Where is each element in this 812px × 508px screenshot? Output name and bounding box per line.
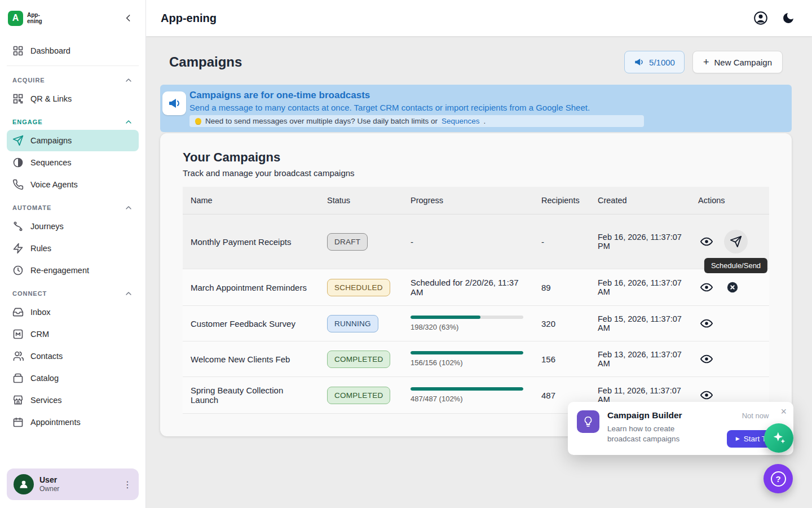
sequences-link[interactable]: Sequences: [442, 117, 480, 125]
view-campaign-button[interactable]: [698, 315, 715, 332]
progress-bar-fill: [411, 387, 523, 391]
tip-period: .: [484, 117, 486, 125]
toast-title: Campaign Builder: [607, 410, 682, 421]
x-circle-icon: [726, 281, 739, 294]
close-icon[interactable]: ×: [780, 406, 787, 417]
sidebar-item-dashboard[interactable]: Dashboard: [7, 40, 139, 62]
user-role: Owner: [39, 485, 59, 493]
campaigns-table: Name Status Progress Recipients Created …: [183, 187, 769, 414]
user-card[interactable]: User Owner ⋮: [7, 468, 139, 500]
view-campaign-button[interactable]: [698, 279, 715, 296]
sidebar-item-voice-agents[interactable]: Voice Agents: [7, 174, 139, 195]
sidebar-item-catalog[interactable]: Catalog: [7, 367, 139, 389]
column-header-recipients: Recipients: [533, 187, 590, 214]
page-header: Campaigns 5/1000 + New Campaign: [160, 44, 792, 85]
created-cell: Feb 13, 2026, 11:37:07 AM: [590, 341, 690, 377]
status-badge: COMPLETED: [327, 387, 390, 404]
user-name: User: [39, 475, 59, 485]
usage-count: 5/1000: [649, 58, 675, 67]
section-header-connect[interactable]: CONNECT: [7, 282, 139, 301]
chevron-up-icon: [124, 203, 133, 212]
sidebar-item-re-engagement[interactable]: Re-engagement: [7, 260, 139, 281]
created-cell: Feb 16, 2026, 11:37:07 AM: [590, 269, 690, 306]
sidebar-item-appointments[interactable]: Appointments: [7, 411, 139, 433]
view-campaign-button[interactable]: [698, 387, 715, 404]
sidebar-item-rules[interactable]: Rules: [7, 238, 139, 259]
ai-assistant-fab[interactable]: [764, 423, 793, 453]
sidebar-item-qr-links[interactable]: QR & Links: [7, 88, 139, 110]
column-header-created: Created: [590, 187, 690, 214]
sidebar-item-label: Services: [30, 396, 62, 405]
sidebar-item-services[interactable]: Services: [7, 389, 139, 411]
chevron-up-icon: [124, 76, 133, 85]
progress-cell: 487/487 (102%): [403, 377, 533, 414]
topbar: App-ening: [146, 0, 812, 36]
section-header-acquire[interactable]: ACQUIRE: [7, 68, 139, 87]
row-actions: Schedule/Send: [698, 230, 761, 253]
plus-icon: +: [703, 57, 709, 67]
help-fab[interactable]: ?: [764, 464, 793, 493]
campaign-name: Spring Beauty Collection Launch: [183, 377, 319, 414]
toast-text: Learn how to create broadcast campaigns: [607, 424, 706, 444]
schedule-send-button[interactable]: [724, 230, 748, 253]
schedule-send-tooltip: Schedule/Send: [704, 258, 767, 273]
sidebar-collapse-button[interactable]: [121, 10, 136, 26]
table-row[interactable]: Customer Feedback Survey RUNNING 198/320…: [183, 306, 769, 341]
recipients-cell: -: [533, 214, 590, 269]
campaign-name: Welcome New Clients Feb: [183, 341, 319, 377]
recipients-cell: 320: [533, 306, 590, 341]
play-icon: ▶: [736, 436, 740, 441]
chevron-left-icon: [123, 12, 134, 24]
sidebar-item-label: Catalog: [30, 374, 59, 383]
sidebar-item-inbox[interactable]: Inbox: [7, 301, 139, 323]
table-row[interactable]: Welcome New Clients Feb COMPLETED 156/15…: [183, 341, 769, 377]
theme-toggle-button[interactable]: [782, 11, 795, 25]
sidebar-item-label: Sequences: [30, 158, 72, 167]
phone-icon: [12, 179, 24, 190]
view-campaign-button[interactable]: [698, 351, 715, 367]
table-header-row: Name Status Progress Recipients Created …: [183, 187, 769, 214]
column-header-name: Name: [183, 187, 319, 214]
section-header-engage[interactable]: ENGAGE: [7, 110, 139, 129]
table-row[interactable]: March Appointment Reminders SCHEDULED Sc…: [183, 269, 769, 306]
eye-icon: [700, 389, 713, 401]
table-row[interactable]: Monthly Payment Receipts DRAFT - - Feb 1…: [183, 214, 769, 269]
progress-cell: Scheduled for 2/20/26, 11:37 AM: [403, 269, 533, 306]
campaign-usage-badge[interactable]: 5/1000: [624, 51, 685, 73]
sidebar-item-sequences[interactable]: Sequences: [7, 152, 139, 173]
toast-body: Campaign Builder Not now Learn how to cr…: [607, 410, 769, 447]
progress-label: 198/320 (63%): [411, 323, 526, 331]
not-now-button[interactable]: Not now: [742, 411, 769, 420]
sidebar-item-label: Rules: [30, 244, 51, 253]
sidebar-item-contacts[interactable]: Contacts: [7, 345, 139, 367]
user-menu-button[interactable]: ⋮: [123, 479, 132, 490]
clock-icon: [12, 265, 24, 276]
created-cell: Feb 16, 2026, 11:37:07 PM: [590, 214, 690, 269]
sidebar-item-crm[interactable]: CRM: [7, 323, 139, 345]
sidebar-item-label: Inbox: [30, 308, 50, 317]
sidebar-item-label: Re-engagement: [30, 266, 89, 275]
status-badge: RUNNING: [327, 315, 378, 332]
section-header-automate[interactable]: AUTOMATE: [7, 196, 139, 215]
banner-tip: Need to send messages over multiple days…: [189, 115, 644, 127]
view-campaign-button[interactable]: [698, 233, 715, 250]
eye-icon: [700, 317, 713, 330]
eye-icon: [700, 353, 713, 365]
app-logo: A App- ening: [8, 11, 42, 26]
logo-text-line2: ening: [27, 18, 42, 25]
row-actions: [698, 351, 761, 367]
sidebar-item-campaigns[interactable]: Campaigns: [7, 130, 139, 151]
qr-icon: [12, 93, 24, 104]
cancel-campaign-button[interactable]: [724, 279, 741, 296]
section-label: CONNECT: [12, 290, 47, 297]
sparkles-icon: [771, 430, 787, 446]
sidebar-item-label: Journeys: [30, 222, 64, 231]
progress-bar: [411, 316, 523, 319]
campaigns-card: Your Campaigns Track and manage your bro…: [160, 133, 792, 436]
account-button[interactable]: [753, 11, 768, 25]
sidebar-item-label: QR & Links: [30, 94, 72, 103]
sidebar-item-journeys[interactable]: Journeys: [7, 216, 139, 237]
chevron-up-icon: [124, 289, 133, 298]
new-campaign-button[interactable]: + New Campaign: [692, 51, 783, 73]
users-icon: [12, 351, 24, 362]
